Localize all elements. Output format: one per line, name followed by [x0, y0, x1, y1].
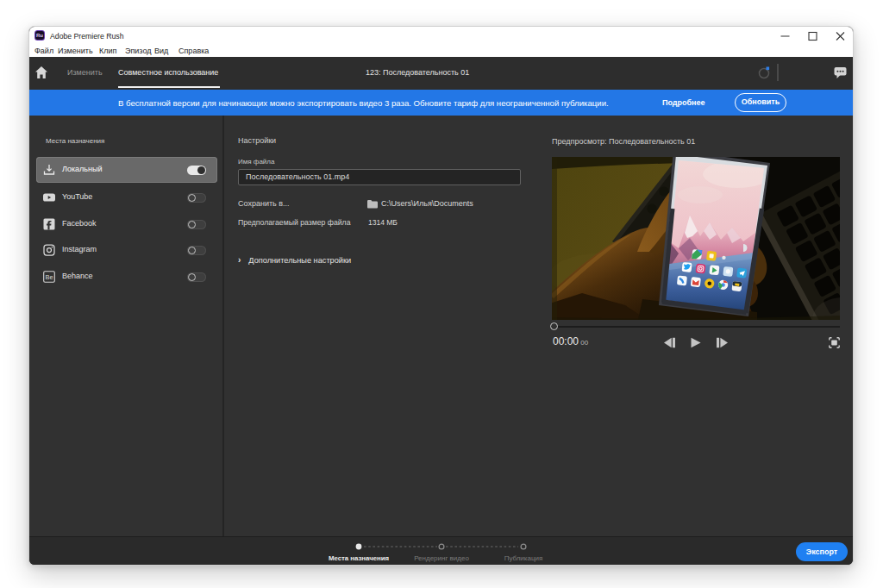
svg-text:Be: Be	[45, 273, 53, 281]
